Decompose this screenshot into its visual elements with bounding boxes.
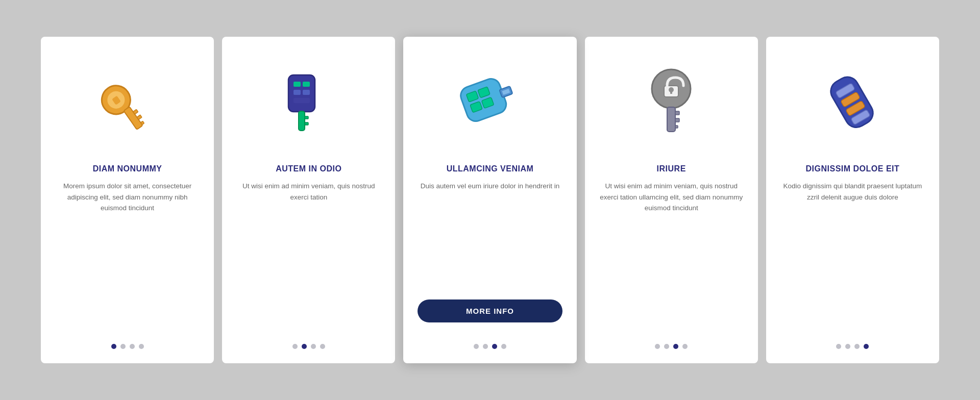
card-2: AUTEM IN ODIO Ut wisi enim ad minim veni…: [222, 37, 395, 363]
car-remote-icon-area: [780, 52, 925, 154]
svg-rect-15: [305, 122, 308, 125]
svg-rect-12: [293, 98, 310, 103]
svg-rect-9: [303, 82, 310, 87]
house-key-icon-area: [55, 52, 200, 154]
card-3: ULLAMCING VENIAM Duis autem vel eum iriu…: [403, 37, 576, 363]
dot: [836, 344, 841, 349]
card-1: DIAM NONUMMY Morem ipsum dolor sit amet,…: [41, 37, 214, 363]
card-1-title: DIAM NONUMMY: [93, 164, 162, 173]
remote-key-icon: [273, 67, 345, 139]
svg-rect-26: [670, 90, 672, 94]
svg-rect-10: [293, 90, 301, 95]
dot-active: [302, 344, 307, 349]
dot: [320, 344, 325, 349]
dot: [130, 344, 135, 349]
dot-active: [111, 344, 116, 349]
svg-rect-7: [288, 75, 315, 112]
car-key-fob-icon-area: [418, 52, 562, 154]
card-5-title: DIGNISSIM DOLOE EIT: [806, 164, 900, 173]
lock-key-icon: [635, 62, 707, 144]
dot-active: [492, 344, 497, 349]
card-4-text: Ut wisi enim ad minim veniam, quis nostr…: [599, 181, 744, 335]
car-key-fob-icon: [449, 67, 531, 139]
svg-rect-30: [675, 126, 678, 128]
card-5-dots: [836, 344, 869, 349]
svg-rect-13: [299, 111, 305, 131]
card-4-title: IRIURE: [657, 164, 686, 173]
card-5: DIGNISSIM DOLOE EIT Kodio dignissim qui …: [766, 37, 939, 363]
dot: [854, 344, 860, 349]
car-remote-icon: [817, 67, 888, 139]
dot: [682, 344, 688, 349]
remote-key-icon-area: [236, 52, 381, 154]
dot: [311, 344, 316, 349]
card-3-text: Duis autem vel eum iriure dolor in hendr…: [421, 181, 559, 290]
dot-active: [864, 344, 869, 349]
card-1-dots: [111, 344, 144, 349]
card-4: IRIURE Ut wisi enim ad minim veniam, qui…: [585, 37, 758, 363]
svg-rect-11: [303, 90, 310, 95]
dot: [845, 344, 850, 349]
svg-rect-29: [675, 118, 679, 122]
dot: [483, 344, 488, 349]
card-4-dots: [655, 344, 688, 349]
card-2-title: AUTEM IN ODIO: [276, 164, 341, 173]
card-2-dots: [292, 344, 325, 349]
dot: [474, 344, 479, 349]
svg-rect-27: [667, 107, 675, 132]
cards-container: DIAM NONUMMY Morem ipsum dolor sit amet,…: [41, 37, 939, 363]
lock-key-icon-area: [599, 52, 744, 154]
dot: [664, 344, 669, 349]
dot: [655, 344, 660, 349]
dot: [139, 344, 144, 349]
card-3-title: ULLAMCING VENIAM: [447, 164, 534, 173]
more-info-button[interactable]: MORE INFO: [418, 299, 562, 322]
svg-rect-8: [293, 82, 301, 87]
card-2-text: Ut wisi enim ad minim veniam, quis nostr…: [236, 181, 381, 335]
dot: [120, 344, 126, 349]
svg-rect-14: [305, 116, 308, 119]
house-key-icon: [92, 67, 163, 139]
card-5-text: Kodio dignissim qui blandit praesent lup…: [780, 181, 925, 335]
card-1-text: Morem ipsum dolor sit amet, consectetuer…: [55, 181, 200, 335]
dot: [501, 344, 506, 349]
dot: [292, 344, 298, 349]
card-3-dots: [474, 344, 506, 349]
dot-active: [673, 344, 678, 349]
svg-rect-28: [675, 111, 679, 115]
